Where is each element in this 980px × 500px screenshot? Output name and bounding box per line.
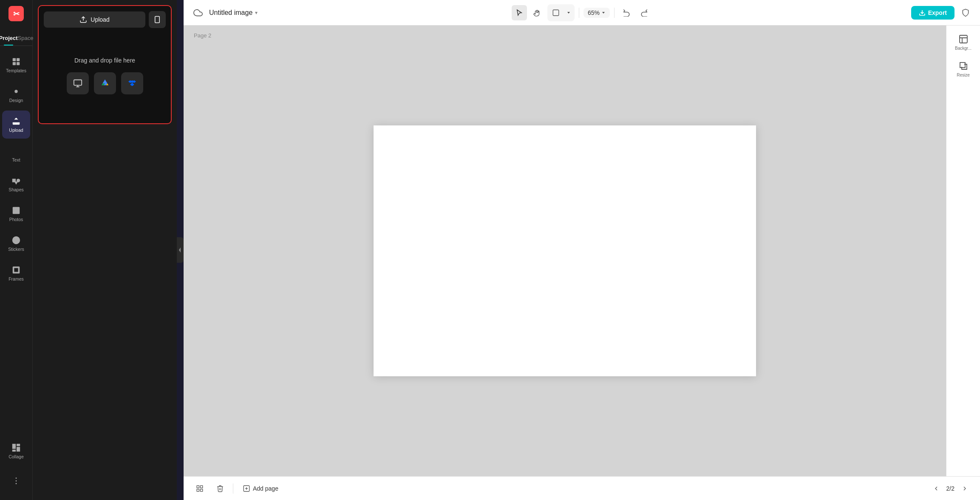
google-drive-source-button[interactable] [94, 72, 116, 94]
drag-drop-text: Drag and drop file here [74, 57, 135, 64]
prev-page-button[interactable] [929, 482, 943, 495]
top-toolbar: Untitled image ▾ [184, 0, 980, 26]
svg-rect-21 [17, 447, 20, 452]
sidebar-item-templates[interactable]: Templates [2, 51, 30, 79]
frame-options-group [547, 4, 575, 21]
toolbar-divider-1 [579, 8, 579, 18]
title-dropdown-icon: ▾ [255, 10, 258, 16]
sidebar-item-frames-label: Frames [8, 276, 24, 281]
resize-label: Resize [957, 73, 970, 77]
svg-rect-3 [17, 58, 20, 61]
svg-point-22 [16, 477, 17, 479]
svg-rect-5 [17, 62, 20, 65]
pan-tool-button[interactable] [530, 5, 545, 20]
toolbar-divider-2 [614, 8, 615, 18]
upload-button-label: Upload [91, 16, 109, 23]
sidebar-item-collage[interactable]: Collage [2, 437, 30, 465]
frame-options-button[interactable] [548, 5, 564, 20]
sidebar-item-text[interactable]: Text [2, 140, 30, 168]
frame-options-dropdown[interactable] [564, 5, 574, 20]
drag-drop-area[interactable]: Drag and drop file here [44, 33, 166, 118]
next-page-button[interactable] [958, 482, 972, 495]
upload-drop-zone: Upload Drag and drop file here [38, 5, 172, 124]
svg-rect-34 [960, 62, 965, 68]
sidebar-item-collage-label: Collage [8, 454, 24, 459]
document-title[interactable]: Untitled image ▾ [209, 9, 258, 17]
resize-panel-item[interactable]: Resize [950, 57, 977, 81]
sidebar-upload-panel: Upload Drag and drop file here [32, 0, 177, 500]
sidebar-item-shapes-label: Shapes [8, 187, 24, 192]
tab-project[interactable]: Project [0, 31, 18, 45]
more-nav-button[interactable] [2, 467, 30, 495]
svg-rect-28 [74, 80, 81, 85]
svg-point-24 [16, 483, 17, 484]
canvas-page[interactable] [374, 125, 756, 376]
cloud-save-button[interactable] [190, 5, 206, 20]
delete-page-button[interactable] [212, 481, 228, 496]
export-button-label: Export [928, 9, 947, 16]
sidebar-item-text-label: Text [12, 157, 20, 162]
svg-rect-37 [197, 489, 199, 491]
export-button[interactable]: Export [911, 6, 955, 20]
tab-space[interactable]: Space [18, 31, 34, 45]
sidebar-item-stickers[interactable]: Stickers [2, 230, 30, 258]
svg-text:✂: ✂ [13, 10, 20, 18]
canvas-wrapper[interactable]: Page 2 [184, 26, 946, 476]
thumbnail-view-button[interactable] [192, 481, 207, 496]
svg-rect-4 [13, 62, 16, 65]
computer-source-button[interactable] [67, 72, 89, 94]
document-title-text: Untitled image [209, 9, 252, 17]
page-label: Page 2 [194, 32, 211, 39]
brand-kit-button[interactable] [958, 5, 973, 20]
svg-marker-10 [14, 182, 18, 185]
sidebar-item-photos[interactable]: Photos [2, 200, 30, 228]
sidebar-collapse-handle[interactable] [177, 237, 184, 263]
svg-point-12 [14, 208, 15, 210]
svg-rect-31 [553, 10, 559, 16]
zoom-control[interactable]: 65% [583, 8, 610, 18]
right-panel: Backgr... Resize [946, 26, 980, 476]
add-page-label: Add page [253, 485, 278, 492]
svg-rect-35 [197, 486, 199, 488]
sidebar-item-upload[interactable]: Upload [2, 111, 30, 139]
project-space-tabs: Project Space [0, 28, 32, 46]
svg-rect-19 [17, 444, 20, 446]
background-label: Backgr... [955, 46, 972, 51]
sidebar-item-stickers-label: Stickers [8, 247, 24, 252]
toolbar-left: Untitled image ▾ [190, 5, 258, 20]
upload-top-row: Upload [44, 11, 166, 28]
svg-point-13 [12, 236, 20, 244]
page-count: 2/2 [946, 485, 955, 492]
page-navigation: 2/2 [929, 482, 972, 495]
sidebar-item-photos-label: Photos [9, 217, 23, 222]
toolbar-right: Export [911, 5, 973, 20]
dropbox-source-button[interactable] [121, 72, 143, 94]
sidebar-item-frames[interactable]: Frames [2, 259, 30, 287]
redo-button[interactable] [637, 5, 652, 20]
background-panel-item[interactable]: Backgr... [950, 31, 977, 54]
left-nav: ✂ Project Space Templates Design Upload … [0, 0, 32, 500]
add-page-button[interactable]: Add page [238, 482, 283, 495]
bottom-divider [233, 483, 233, 494]
svg-rect-20 [12, 450, 16, 452]
svg-rect-36 [201, 486, 203, 488]
sidebar-item-shapes[interactable]: Shapes [2, 170, 30, 198]
canvas-right-row: Page 2 Backgr... Resize [184, 26, 980, 476]
device-upload-button[interactable] [149, 11, 166, 28]
sidebar-item-upload-label: Upload [9, 128, 23, 133]
svg-rect-33 [960, 35, 967, 43]
svg-rect-17 [14, 268, 18, 272]
svg-rect-18 [12, 444, 16, 449]
editor-area: Untitled image ▾ [184, 0, 980, 500]
bottom-bar: Add page 2/2 [184, 476, 980, 500]
sidebar-item-templates-label: Templates [6, 68, 26, 73]
app-logo[interactable]: ✂ [8, 5, 25, 22]
toolbar-center: 65% [512, 4, 652, 21]
select-tool-button[interactable] [512, 5, 527, 20]
svg-point-6 [14, 90, 17, 93]
undo-button[interactable] [619, 5, 634, 20]
sidebar-item-design[interactable]: Design [2, 81, 30, 109]
svg-point-23 [16, 480, 17, 482]
upload-button[interactable]: Upload [44, 11, 145, 28]
sidebar-item-design-label: Design [9, 98, 23, 103]
